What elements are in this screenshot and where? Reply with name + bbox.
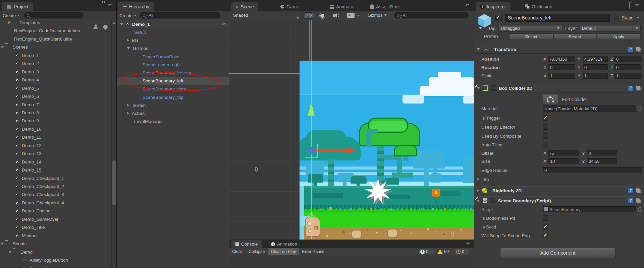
project-item-Demo_13[interactable]: Demo_13 (0, 149, 116, 157)
project-item-Demo_12[interactable]: Demo_12 (0, 141, 116, 149)
gameobject-active-checkbox[interactable] (495, 15, 502, 21)
position-y-field[interactable]: 4.197319 (583, 56, 608, 62)
layer-dropdown[interactable]: Default (580, 25, 641, 31)
help-icon[interactable] (628, 47, 633, 52)
offset-x-field[interactable]: -5 (548, 150, 579, 156)
is-solid-checkbox[interactable] (543, 224, 548, 229)
tab-asset-store[interactable]: Asset Store (366, 2, 405, 11)
lock-icon[interactable] (102, 2, 102, 9)
hierarchy-item-SceneBoundary_top[interactable]: SceneBoundary_top (117, 93, 229, 101)
tab-occlusion[interactable]: Occlusion (521, 2, 556, 11)
hierarchy-item-SceneLoader_right[interactable]: SceneLoader_right (117, 61, 229, 69)
lock-icon[interactable] (629, 2, 630, 9)
panel-menu-icon[interactable]: ▾≡ (108, 3, 111, 7)
scene-boundary-header[interactable]: C# Scene Boundary (Script) (474, 196, 644, 205)
project-item-Demo_Checkpoint_3[interactable]: Demo_Checkpoint_3 (0, 190, 116, 198)
will-snap-to-scene-edg-checkbox[interactable] (543, 233, 548, 238)
size-x-field[interactable]: 10 (548, 158, 579, 164)
panel-menu-icon[interactable]: ▾≡ (635, 3, 639, 7)
console-collapse-button[interactable]: Collapse (246, 249, 268, 254)
transform-header[interactable]: Transform (474, 45, 644, 54)
prefab-select-button[interactable]: Select (509, 34, 553, 40)
project-item-Demo_5[interactable]: Demo_5 (0, 84, 116, 92)
project-item-Demo_Checkpoint_4[interactable]: Demo_Checkpoint_4 (0, 199, 116, 207)
project-item-Minimal[interactable]: Minimal (0, 231, 116, 240)
object-picker-icon[interactable] (638, 207, 642, 212)
tab-project[interactable]: Project (2, 2, 33, 11)
console-log-area[interactable] (229, 255, 474, 268)
project-item-Blueprint[interactable]: Blueprint (0, 264, 116, 268)
project-item-Demo_Checkpoint_1[interactable]: Demo_Checkpoint_1 (0, 174, 116, 182)
gear-icon[interactable] (636, 198, 641, 203)
project-item-Scenes[interactable]: Scenes (0, 43, 116, 51)
tab-game[interactable]: Game (276, 2, 304, 11)
scroll-up-arrow[interactable] (113, 22, 115, 24)
project-item-Demo_6[interactable]: Demo_6 (0, 92, 116, 100)
tab-hierarchy[interactable]: Hierarchy (118, 2, 154, 11)
edge-radius-field[interactable]: 0 (543, 167, 642, 173)
error-count-badge[interactable]: ! 0 (419, 249, 434, 255)
project-item-AbilityToggleButton[interactable]: AbilityToggleButton (0, 256, 116, 264)
script-field[interactable]: SceneBoundary (543, 206, 636, 212)
project-item-Demo_2[interactable]: Demo_2 (0, 59, 116, 67)
help-icon[interactable] (628, 198, 633, 203)
project-item-Demo_8[interactable]: Demo_8 (0, 109, 116, 117)
console-clear-button[interactable]: Clear (229, 249, 246, 254)
panel-menu-icon[interactable]: ▾≡ (466, 241, 470, 246)
shaded-dropdown[interactable]: Shaded (231, 12, 300, 19)
material-field[interactable]: None (Physics Material 2D) (543, 106, 636, 112)
used-by-effector-checkbox[interactable] (543, 124, 548, 130)
tab-animation[interactable]: Animation (267, 240, 302, 248)
gear-icon[interactable] (636, 47, 641, 52)
object-picker-icon[interactable] (638, 107, 642, 111)
hierarchy-item-Gizmos[interactable]: Gizmos (117, 44, 229, 52)
scale-z-field[interactable]: 1 (614, 73, 641, 79)
2d-toggle-button[interactable]: 2D (304, 12, 314, 19)
hierarchy-item-Setup[interactable]: Setup (117, 28, 229, 36)
hierarchy-item-Actors[interactable]: Actors (117, 109, 229, 117)
script-enabled-checkbox[interactable] (490, 198, 495, 203)
effects-dropdown[interactable] (347, 13, 360, 18)
scene-viewport[interactable]: 0 (229, 20, 474, 240)
gameobject-name-field[interactable] (505, 14, 610, 22)
rotation-z-field[interactable]: 0 (614, 64, 641, 70)
project-item-Demo_3[interactable]: Demo_3 (0, 68, 116, 76)
help-icon[interactable] (628, 86, 633, 91)
prefab-apply-button[interactable]: Apply (597, 34, 641, 40)
size-y-field[interactable]: 34.55 (587, 158, 617, 164)
rotation-x-field[interactable]: 0 (548, 64, 575, 70)
box-collider-header[interactable]: Box Collider 2D (474, 84, 644, 92)
project-item-Demo_Title[interactable]: Demo_Title (0, 223, 116, 231)
tag-dropdown[interactable]: Untagged (498, 25, 562, 31)
used-by-composite-checkbox[interactable] (543, 133, 548, 139)
project-item-RexEngine_QuickStartGuide[interactable]: RexEngine_QuickStartGuide (0, 35, 116, 43)
gizmos-dropdown[interactable]: Gizmos (368, 13, 387, 18)
project-item-RexEngine_CodeDocumentation[interactable]: RexEngine_CodeDocumentation (0, 26, 116, 35)
static-dropdown-arrow[interactable] (637, 17, 639, 18)
rotation-y-field[interactable]: 0 (583, 64, 608, 70)
project-item-Demo_10[interactable]: Demo_10 (0, 125, 116, 133)
project-item-Demo_GameOver[interactable]: Demo_GameOver (0, 215, 116, 223)
hierarchy-item-LevelManager[interactable]: LevelManager (117, 117, 229, 125)
project-item-Demo_4[interactable]: Demo_4 (0, 76, 116, 84)
warning-count-badge[interactable]: 60 (436, 249, 453, 255)
is-trigger-checkbox[interactable] (543, 115, 548, 121)
project-item-Demo_9[interactable]: Demo_9 (0, 117, 116, 125)
tab-console[interactable]: Console (231, 240, 262, 248)
hierarchy-create-button[interactable]: Create (119, 13, 137, 18)
position-z-field[interactable]: 0 (614, 56, 641, 62)
project-item-Demo_14[interactable]: Demo_14 (0, 158, 116, 166)
row-menu-icon[interactable]: ▾≡ (222, 22, 225, 26)
hierarchy-item-Terrain[interactable]: Terrain (117, 101, 229, 109)
box-collider-enabled-checkbox[interactable] (491, 85, 496, 91)
hierarchy-item-PlayerSpawnPoint[interactable]: PlayerSpawnPoint (117, 53, 229, 61)
project-scroll-thumb[interactable] (112, 160, 116, 205)
tab-inspector[interactable]: i Inspector (476, 2, 511, 11)
project-item-Demo_Checkpoint_2[interactable]: Demo_Checkpoint_2 (0, 182, 116, 190)
rigidbody-header[interactable]: Rigidbody 2D (474, 186, 644, 195)
edit-collider-button[interactable] (543, 94, 558, 105)
project-item-Demo_7[interactable]: Demo_7 (0, 100, 116, 109)
scene-search-input[interactable]: ▾All (394, 12, 469, 18)
hierarchy-root-row[interactable]: Demo_1 ▾≡ (117, 20, 229, 28)
lighting-toggle-icon[interactable] (320, 14, 324, 18)
